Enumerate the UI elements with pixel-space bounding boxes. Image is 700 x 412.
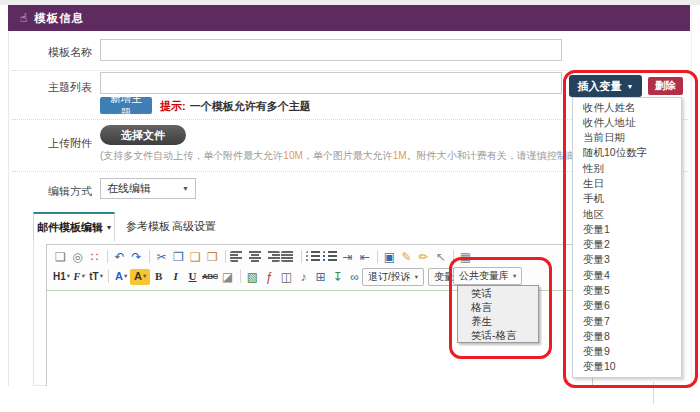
public-lib-menu-item[interactable]: 格言 [458,300,538,314]
delete-button[interactable]: 删除 [648,77,683,95]
variable-item[interactable]: 变量1 [573,222,681,237]
cut-icon[interactable]: ✂ [154,249,170,265]
underline-icon[interactable]: U [185,269,201,285]
variable-item[interactable]: 变量9 [573,345,681,360]
variable-list-dropdown: 收件人姓名收件人地址当前日期随机10位数字性别生日手机地区变量1变量2变量3变量… [572,97,682,378]
upload-label: 上传附件 [16,136,92,151]
variable-item[interactable]: 变量3 [573,253,681,268]
bold-icon[interactable]: B [151,269,167,285]
bg-color-icon[interactable]: A▾ [130,269,150,285]
align-left-icon[interactable] [230,251,246,262]
template-name-input[interactable] [100,39,562,61]
toolbar-separator [240,270,241,283]
chevron-down-icon: ▼ [627,83,634,90]
tab-advanced-settings[interactable]: 高级设置 [172,212,216,240]
strikethrough-icon[interactable]: ABC [202,269,219,285]
variable-item[interactable]: 变量7 [573,314,681,329]
preview-icon[interactable]: ◎ [70,249,86,265]
variable-item[interactable]: 收件人地址 [573,115,681,130]
edit-mode-value: 在线编辑 [107,181,151,196]
upload-hint-size2: 1M [393,150,407,161]
select-all-icon[interactable]: ↖ [433,249,449,265]
font-size-dropdown[interactable]: tT▾ [88,269,104,285]
insert-hr-icon[interactable]: ↧ [330,269,346,285]
source-code-icon[interactable]: ∷ [87,249,103,265]
public-lib-menu-item[interactable]: 养生 [458,314,538,328]
tab-template-edit[interactable]: 邮件模板编辑 ▾ [33,212,115,241]
variable-item[interactable]: 变量5 [573,283,681,298]
new-document-icon[interactable]: ❏ [53,249,69,265]
edit-mode-label: 编辑方式 [16,184,92,199]
hint-text: 一个模板允许有多个主题 [190,100,311,112]
copy-icon[interactable]: ❐ [171,249,187,265]
indent-icon[interactable]: ⇥ [340,249,356,265]
toolbar-separator [107,250,108,263]
outdent-icon[interactable]: ⇤ [357,249,373,265]
variable-item[interactable]: 变量4 [573,268,681,283]
align-center-icon[interactable] [247,251,263,262]
unsubscribe-complaint-dropdown[interactable]: 退订/投诉 ▾ [362,268,424,286]
variable-item[interactable]: 变量2 [573,238,681,253]
divider [12,70,688,71]
toolbar-separator [108,270,109,283]
edit-mode-select[interactable]: 在线编辑 ▼ [100,178,196,199]
eraser-icon[interactable]: ◪ [220,269,236,285]
grid-icon[interactable]: ▦ [458,249,474,265]
ordered-list-icon[interactable] [306,251,322,262]
page: ☝ 模板信息 模板名称 主题列表 新增主题 提示:一个模板允许有多个主题 上传附… [0,0,700,412]
text-color-icon[interactable]: A▾ [113,269,129,285]
tab-reference-template[interactable]: 参考模板 [126,212,170,240]
subject-list-label: 主题列表 [16,80,92,95]
public-lib-menu-item[interactable]: 笑话 [458,286,538,300]
subject-hint: 提示:一个模板允许有多个主题 [160,99,311,114]
tab-label: 邮件模板编辑 [37,220,103,235]
add-subject-button[interactable]: 新增主题 [100,97,152,114]
variable-item[interactable]: 性别 [573,161,681,176]
subject-list-input[interactable] [100,72,562,94]
table-icon[interactable]: ⊞ [313,269,329,285]
align-right-icon[interactable] [264,251,280,262]
thumb-hand-icon: ☝ [20,11,27,25]
blockquote-icon[interactable]: ▣ [382,249,398,265]
toolbar-separator [301,250,302,263]
redo-icon[interactable]: ↷ [129,249,145,265]
italic-icon[interactable]: I [168,269,184,285]
flash-icon[interactable]: ƒ [262,269,278,285]
upload-hint: (支持多文件自动上传，单个附件最大允许10M，单个图片最大允许1M。附件大小和计… [100,149,620,163]
variable-item[interactable]: 收件人姓名 [573,100,681,115]
upload-hint-mid: ，单个图片最大允许 [303,150,393,161]
toolbar-separator [377,250,378,263]
variable-item[interactable]: 当前日期 [573,131,681,146]
chevron-down-icon: ▾ [107,223,111,232]
upload-hint-size1: 10M [283,150,302,161]
variable-item[interactable]: 随机10位数字 [573,146,681,161]
media-icon[interactable]: ◫ [279,269,295,285]
chevron-down-icon: ▾ [513,272,516,280]
page-title: 模板信息 [34,11,84,26]
variable-item[interactable]: 地区 [573,207,681,222]
variable-item[interactable]: 变量8 [573,329,681,344]
insert-variable-button[interactable]: 插入变量 ▼ [569,75,642,97]
toolbar-separator [453,250,454,263]
variable-item[interactable]: 生日 [573,176,681,191]
audio-icon[interactable]: ♪ [296,269,312,285]
image-icon[interactable]: ▧ [245,269,261,285]
undo-icon[interactable]: ↶ [112,249,128,265]
unordered-list-icon[interactable] [323,251,339,262]
public-lib-menu-item[interactable]: 笑话-格言 [458,328,538,342]
public-variable-library-dropdown[interactable]: 公共变量库 ▾ [453,267,522,285]
format-brush-icon[interactable]: ✏ [416,249,432,265]
toolbar-dropdown-buttons: 退订/投诉 ▾ 变量 ▾ [358,268,467,286]
choose-file-button[interactable]: 选择文件 [100,125,186,145]
fill-color-icon[interactable]: ✎ [399,249,415,265]
paste-icon[interactable]: ❑ [188,249,204,265]
font-family-dropdown[interactable]: F▾ [71,269,87,285]
paste-word-icon[interactable]: ❒ [205,249,221,265]
align-justify-icon[interactable] [281,251,297,262]
toolbar-row-1: ❏◎∷↶↷✂❐❑❒⇥⇤▣✎✏↖▦ [53,247,588,266]
variable-item[interactable]: 变量6 [573,299,681,314]
toolbar-separator [149,250,150,263]
heading-dropdown[interactable]: H1▾ [53,269,70,285]
variable-item[interactable]: 手机 [573,192,681,207]
variable-item[interactable]: 变量10 [573,360,681,375]
